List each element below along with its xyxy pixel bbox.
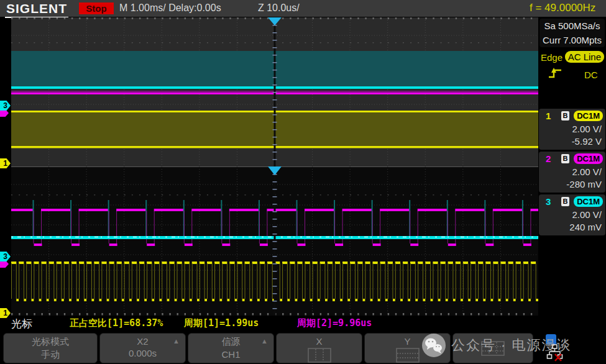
channel2-coupling-badge: DC1M [574,153,603,164]
acquisition-status-badge[interactable]: Stop [79,2,114,14]
scope-traces [11,17,538,316]
channel1-scale: 2.00 V/ [572,124,602,134]
softkey-label: 光标模式 [4,336,97,348]
up-arrow-icon: ▲ [261,337,268,345]
bandwidth-b-icon: B [561,111,569,121]
softkey-value: 0.000s [100,348,185,358]
softkey-source[interactable]: 信源 CH1 ▲ [188,333,274,363]
sample-rate: Sa 500MSa/s [539,19,605,33]
trigger-type-label: Edge [541,52,562,63]
bandwidth-b-icon: B [561,197,569,206]
softkey-label: X [277,336,362,347]
channel2-number: 2 [546,153,551,164]
acquisition-info-box: Sa 500MSa/s Curr 7.00Mpts [539,19,605,47]
softkey-value: 手动 [4,349,97,361]
measurement-period-ch1: 周期[1]=1.99us [184,317,259,329]
waveform-display[interactable] [11,17,538,316]
lan-disconnected-icon [546,344,564,364]
channel1-coupling-badge: DC1M [574,111,603,121]
channel-marker-3[interactable]: 3 [0,101,11,111]
x-cursors-icon [306,347,333,363]
softkey-x-cursors[interactable]: X [276,333,362,363]
channel3-coupling-badge: DC1M [574,196,603,207]
channel-marker-3[interactable]: 3 [0,252,11,262]
top-status-bar: SIGLENT Stop M 1.00ms/ Delay:0.00s Z 10.… [0,0,606,17]
channel2-scale: 2.00 V/ [572,166,602,177]
trigger-source-badge[interactable]: AC Line [565,51,604,63]
softkey-cursor-mode[interactable]: 光标模式 手动 [3,333,98,363]
right-sidebar: Sa 500MSa/s Curr 7.00Mpts Edge AC Line D… [538,17,606,316]
softkey-x2[interactable]: X2 0.000s ▲ [99,333,186,363]
rising-edge-icon [547,66,563,83]
measurement-period-ch2: 周期[2]=9.96us [297,317,372,329]
channel3-offset: 240 mV [569,222,602,232]
softkey-value: CH1 [188,349,273,360]
bandwidth-b-icon: B [561,154,569,163]
measurement-row: 光标 正占空比[1]=68.37% 周期[1]=1.99us 周期[2]=9.9… [0,316,606,331]
memory-depth: Curr 7.00Mpts [539,33,605,47]
channel2-offset: -280 mV [566,179,602,189]
channel1-number: 1 [546,111,551,121]
frequency-counter: f = 49.0000Hz [530,2,595,14]
channel2-info-box[interactable]: 2 B DC1M 2.00 V/ -280 mV [539,152,605,193]
trigger-coupling-label: DC [584,70,598,80]
timebase-readout: M 1.00ms/ Delay:0.00s [119,2,221,14]
measurement-duty-ch1: 正占空比[1]=68.37% [70,317,163,329]
wechat-icon [421,333,446,358]
trigger-info[interactable]: Edge AC Line [539,51,605,65]
channel3-scale: 2.00 V/ [572,209,602,220]
channel1-info-box[interactable]: 1 B DC1M 2.00 V/ -5.92 V [539,109,605,150]
channel3-info-box[interactable]: 3 B DC1M 2.00 V/ 240 mV [539,194,605,235]
channel1-offset: -5.92 V [572,136,602,147]
siglent-logo: SIGLENT [5,1,68,18]
zoom-timebase-readout: Z 10.0us/ [258,2,300,14]
channel-marker-1[interactable]: 1 [0,158,11,168]
cursor-label: 光标 [11,317,32,331]
up-arrow-icon: ▲ [173,337,180,345]
y-cursors-icon [395,347,421,363]
channel3-number: 3 [546,196,551,207]
